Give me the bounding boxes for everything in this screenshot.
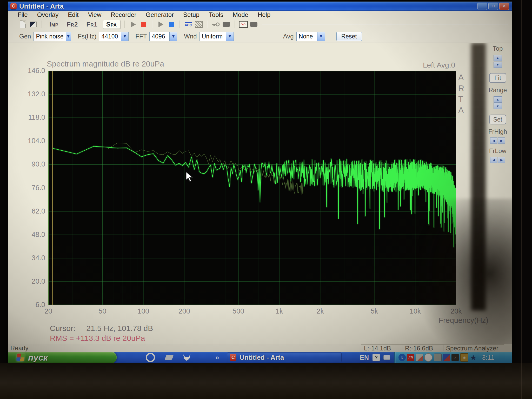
- close-button[interactable]: ✕: [499, 3, 509, 10]
- task-button-label: Untitled - Arta: [240, 354, 284, 362]
- keyboard-icon[interactable]: [383, 355, 390, 360]
- y-tick-label: 6.0: [15, 301, 45, 309]
- language-indicator[interactable]: EN: [360, 354, 369, 361]
- record-stop-button[interactable]: [139, 20, 148, 29]
- key-icon: [212, 22, 220, 27]
- menu-item-recorder[interactable]: Recorder: [106, 11, 141, 18]
- mode-button-imp[interactable]: Imp: [46, 20, 62, 29]
- monitor-screen: C Untitled - Arta _ □ ✕ FileOverlayEditV…: [8, 2, 512, 363]
- reset-button[interactable]: Reset: [336, 32, 362, 41]
- arta-watermark: ARTA: [458, 72, 465, 116]
- fft-select[interactable]: 4096 ▼: [149, 32, 177, 41]
- graph-title: Spectrum magnitude dB re 20uPa: [47, 59, 164, 68]
- spectrum-plot[interactable]: [48, 71, 456, 305]
- taskbar-task-button[interactable]: C Untitled - Arta: [227, 353, 342, 362]
- generator-stop-button[interactable]: [167, 20, 176, 29]
- display-button[interactable]: [249, 20, 258, 29]
- y-tick-label: 34.0: [15, 254, 45, 262]
- record-play-button[interactable]: [129, 20, 138, 29]
- arrow-left-icon[interactable]: ◀: [490, 137, 497, 144]
- cursor-value: 21.5 Hz, 101.78 dB: [86, 324, 153, 333]
- averaging-select[interactable]: None ▼: [296, 32, 325, 41]
- status-bar: Ready L:-14.1dB R:-16.6dB Spectrum Analy…: [8, 344, 512, 352]
- update-tray-icon[interactable]: [416, 354, 423, 361]
- minimize-button[interactable]: _: [477, 3, 487, 10]
- arrow-left-icon[interactable]: ◀: [490, 157, 497, 163]
- bluetooth-tray-icon[interactable]: ᛒ: [398, 354, 406, 361]
- audio-tray-icon[interactable]: ♪: [451, 354, 459, 361]
- volume-tray-icon[interactable]: ◉: [460, 353, 468, 362]
- y-tick-label: 132.0: [15, 90, 45, 98]
- window-select[interactable]: Uniform ▼: [200, 32, 234, 41]
- display-tray-icon[interactable]: [434, 354, 442, 361]
- network-tray-icon[interactable]: [424, 353, 433, 362]
- taskbar-clock: 3:11: [482, 354, 495, 362]
- quick-launch-browser-icon[interactable]: [146, 353, 155, 362]
- calibrate-button[interactable]: ABC: [184, 20, 193, 29]
- x-tick-label: 5k: [371, 307, 378, 315]
- mode-button-spa[interactable]: Spa: [103, 20, 120, 29]
- arrow-right-icon[interactable]: ▶: [498, 157, 505, 163]
- samplerate-select[interactable]: 44100 ▼: [99, 32, 129, 41]
- toolbar-separator: [124, 21, 125, 28]
- y-tick-label: 20.0: [15, 277, 45, 285]
- window-value: Uniform: [200, 33, 226, 40]
- toolbar-settings: Gen Pink noise ▼ Fs(Hz) 44100 ▼ FFT 4096…: [8, 30, 512, 43]
- mode-button-fr2[interactable]: Fr2: [64, 20, 81, 29]
- stop-icon-blue: [169, 22, 174, 27]
- signal-button[interactable]: [239, 20, 248, 29]
- monitor-bezel-edge: [521, 0, 522, 399]
- y-tick-label: 90.0: [15, 160, 45, 168]
- title-bar: C Untitled - Arta _ □ ✕: [8, 2, 512, 11]
- generator-select[interactable]: Pink noise ▼: [34, 32, 71, 41]
- arta-app-icon: C: [10, 3, 17, 9]
- y-tick-label: 118.0: [15, 114, 45, 122]
- generator-value: Pink noise: [34, 33, 65, 40]
- fit-button[interactable]: Fit: [489, 73, 506, 83]
- scale-button[interactable]: [29, 20, 38, 29]
- arrow-down-icon[interactable]: ▼: [494, 62, 502, 68]
- photo-shadow-strip: [471, 43, 486, 310]
- arrow-right-icon[interactable]: ▶: [498, 137, 505, 144]
- help-icon[interactable]: ?: [373, 354, 380, 361]
- menu-item-setup[interactable]: Setup: [178, 11, 204, 18]
- menu-item-generator[interactable]: Generator: [141, 11, 178, 18]
- generator-play-button[interactable]: [156, 20, 165, 29]
- mode-button-fr1[interactable]: Fr1: [83, 20, 101, 29]
- menu-item-file[interactable]: File: [13, 11, 32, 18]
- marker-button[interactable]: [222, 20, 231, 29]
- arrow-up-icon[interactable]: ▲: [494, 55, 502, 61]
- arrow-down-icon[interactable]: ▼: [494, 103, 502, 109]
- ati-tray-icon[interactable]: ATI: [407, 354, 414, 361]
- range-spinner: ▲ ▼: [494, 96, 502, 109]
- status-mode: Spectrum Analyzer: [443, 344, 504, 351]
- quick-launch-app-icon[interactable]: [165, 355, 174, 360]
- menu-item-view[interactable]: View: [83, 11, 106, 18]
- key-button[interactable]: [211, 20, 220, 29]
- maximize-button[interactable]: □: [488, 3, 498, 10]
- quick-launch-fox-icon[interactable]: [183, 354, 190, 361]
- spectrum-canvas: [48, 71, 456, 305]
- antivirus-tray-icon[interactable]: ★: [470, 354, 477, 361]
- frhigh-arrows: ◀ ▶: [490, 137, 505, 144]
- overlay-button[interactable]: [194, 20, 203, 29]
- start-button[interactable]: пуск: [8, 352, 117, 363]
- menu-item-help[interactable]: Help: [253, 11, 275, 18]
- new-file-button[interactable]: [18, 20, 27, 29]
- menu-item-mode[interactable]: Mode: [228, 11, 253, 18]
- quick-launch-overflow-chevron[interactable]: »: [215, 354, 219, 362]
- abc-calibration-icon: ABC: [184, 22, 192, 27]
- set-button[interactable]: Set: [489, 115, 506, 124]
- menu-item-overlay[interactable]: Overlay: [32, 11, 63, 18]
- frhigh-label: FrHigh: [488, 128, 507, 135]
- cursor-readout: Cursor: 21.5 Hz, 101.78 dB: [50, 324, 153, 333]
- toolbar-separator: [207, 21, 208, 28]
- arrow-up-icon[interactable]: ▲: [494, 96, 502, 103]
- frlow-label: FrLow: [489, 147, 507, 155]
- menu-item-edit[interactable]: Edit: [63, 11, 83, 18]
- fft-label: FFT: [135, 33, 147, 40]
- x-tick-label: 2k: [316, 307, 324, 315]
- fs-label: Fs(Hz): [78, 33, 96, 40]
- messenger-tray-icon[interactable]: [443, 354, 450, 361]
- menu-item-tools[interactable]: Tools: [204, 11, 228, 18]
